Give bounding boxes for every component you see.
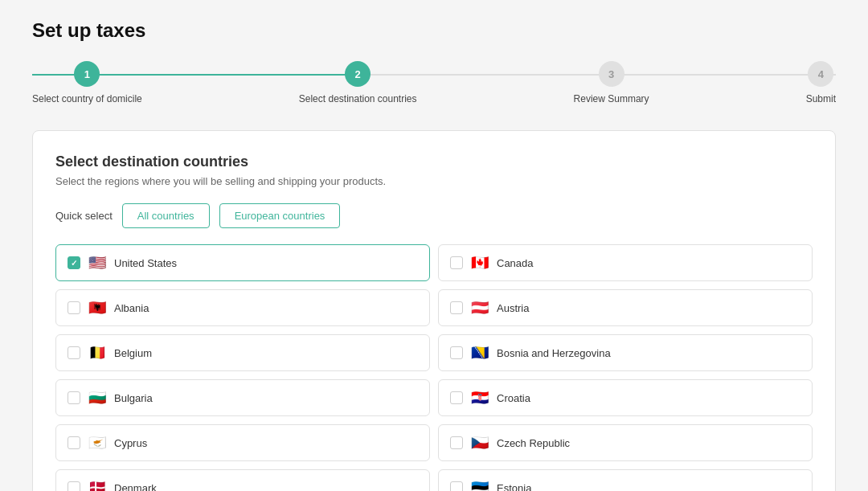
main-card: Select destination countries Select the … bbox=[32, 130, 836, 491]
step-circle-1: 1 bbox=[74, 61, 100, 87]
quick-select-label: Quick select bbox=[55, 210, 113, 222]
country-checkbox-hr bbox=[450, 391, 463, 404]
country-checkbox-at bbox=[450, 301, 463, 314]
country-flag-hr: 🇭🇷 bbox=[471, 389, 489, 407]
country-name-dk: Denmark bbox=[114, 482, 157, 492]
step-circle-3: 3 bbox=[599, 61, 624, 87]
country-checkbox-be bbox=[68, 346, 80, 359]
country-flag-us: 🇺🇸 bbox=[88, 254, 106, 272]
country-checkbox-us bbox=[68, 256, 80, 269]
stepper-step-3: 3Review Summary bbox=[574, 61, 649, 104]
stepper-step-4: 4Submit bbox=[806, 61, 836, 104]
country-name-cz: Czech Republic bbox=[497, 437, 570, 449]
country-name-cy: Cyprus bbox=[114, 437, 147, 449]
country-flag-ba: 🇧🇦 bbox=[471, 344, 489, 362]
country-flag-dk: 🇩🇰 bbox=[88, 479, 106, 491]
country-row-at[interactable]: 🇦🇹Austria bbox=[438, 289, 813, 326]
section-description: Select the regions where you will be sel… bbox=[55, 175, 813, 187]
country-checkbox-cz bbox=[450, 436, 463, 449]
countries-grid: 🇺🇸United States🇨🇦Canada🇦🇱Albania🇦🇹Austri… bbox=[55, 244, 813, 491]
country-checkbox-cy bbox=[68, 436, 80, 449]
country-row-cz[interactable]: 🇨🇿Czech Republic bbox=[438, 424, 813, 461]
country-row-ca[interactable]: 🇨🇦Canada bbox=[438, 244, 813, 281]
country-row-al[interactable]: 🇦🇱Albania bbox=[55, 289, 430, 326]
country-flag-cy: 🇨🇾 bbox=[88, 434, 106, 452]
country-flag-bg: 🇧🇬 bbox=[88, 389, 106, 407]
country-checkbox-ca bbox=[450, 256, 463, 269]
step-circle-2: 2 bbox=[345, 61, 371, 87]
country-row-ee[interactable]: 🇪🇪Estonia bbox=[438, 469, 813, 491]
section-title: Select destination countries bbox=[55, 153, 813, 170]
step-circle-4: 4 bbox=[808, 61, 833, 87]
step-label-4: Submit bbox=[806, 93, 836, 104]
country-row-us[interactable]: 🇺🇸United States bbox=[55, 244, 430, 281]
stepper: 1Select country of domicile2Select desti… bbox=[32, 61, 836, 104]
country-flag-be: 🇧🇪 bbox=[88, 344, 106, 362]
country-name-at: Austria bbox=[497, 302, 529, 314]
country-flag-ca: 🇨🇦 bbox=[471, 254, 489, 272]
country-flag-cz: 🇨🇿 bbox=[471, 434, 489, 452]
country-checkbox-ba bbox=[450, 346, 463, 359]
country-checkbox-al bbox=[68, 301, 80, 314]
country-checkbox-dk bbox=[68, 481, 80, 491]
country-row-bg[interactable]: 🇧🇬Bulgaria bbox=[55, 379, 430, 416]
stepper-steps: 1Select country of domicile2Select desti… bbox=[32, 61, 836, 104]
country-flag-al: 🇦🇱 bbox=[88, 299, 106, 317]
country-row-cy[interactable]: 🇨🇾Cyprus bbox=[55, 424, 430, 461]
country-row-dk[interactable]: 🇩🇰Denmark bbox=[55, 469, 430, 491]
stepper-step-2: 2Select destination countries bbox=[299, 61, 417, 104]
country-name-al: Albania bbox=[114, 302, 149, 314]
country-checkbox-bg bbox=[68, 391, 80, 404]
step-label-2: Select destination countries bbox=[299, 93, 417, 104]
stepper-step-1: 1Select country of domicile bbox=[32, 61, 142, 104]
country-name-ba: Bosnia and Herzegovina bbox=[497, 347, 611, 359]
country-name-ca: Canada bbox=[497, 257, 534, 269]
country-name-bg: Bulgaria bbox=[114, 392, 153, 404]
country-checkbox-ee bbox=[450, 481, 463, 491]
country-name-be: Belgium bbox=[114, 347, 152, 359]
european-countries-button[interactable]: European countries bbox=[219, 203, 341, 228]
country-name-hr: Croatia bbox=[497, 392, 530, 404]
country-flag-ee: 🇪🇪 bbox=[471, 479, 489, 491]
country-name-us: United States bbox=[114, 257, 177, 269]
all-countries-button[interactable]: All countries bbox=[122, 203, 210, 228]
country-row-hr[interactable]: 🇭🇷Croatia bbox=[438, 379, 813, 416]
country-name-ee: Estonia bbox=[497, 482, 531, 492]
country-row-be[interactable]: 🇧🇪Belgium bbox=[55, 334, 430, 371]
country-flag-at: 🇦🇹 bbox=[471, 299, 489, 317]
step-label-3: Review Summary bbox=[574, 93, 649, 104]
country-row-ba[interactable]: 🇧🇦Bosnia and Herzegovina bbox=[438, 334, 813, 371]
page-title: Set up taxes bbox=[32, 19, 836, 42]
quick-select-bar: Quick select All countries European coun… bbox=[55, 203, 813, 228]
step-label-1: Select country of domicile bbox=[32, 93, 142, 104]
